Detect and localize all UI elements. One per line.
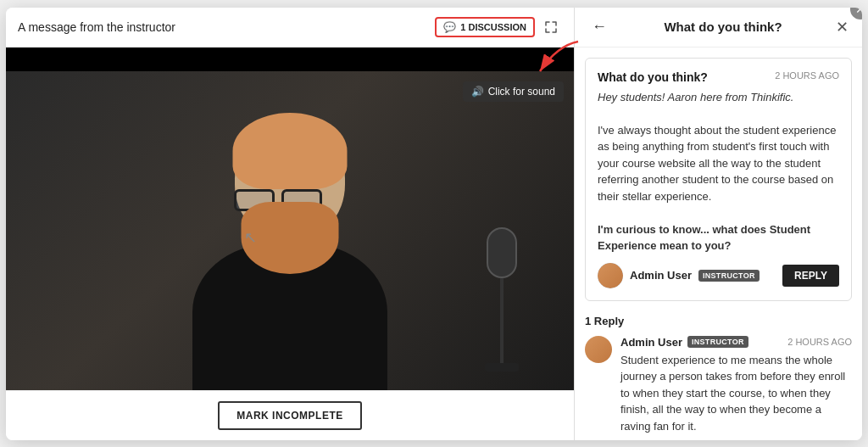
- sound-label: Click for sound: [488, 86, 555, 98]
- reply-instructor-badge: INSTRUCTOR: [687, 336, 748, 348]
- video-container: ↖ 🔊 Click for sound: [6, 47, 574, 390]
- reply-time: 2 HOURS AGO: [787, 337, 852, 347]
- post-body-line1: Hey students! Aaron here from Thinkific.: [598, 91, 793, 103]
- mic-head: [487, 227, 517, 278]
- discussion-badge-button[interactable]: 💬 1 DISCUSSION: [435, 17, 535, 37]
- right-panel-title: What do you think?: [610, 20, 836, 34]
- sound-icon: 🔊: [471, 86, 484, 98]
- sound-button[interactable]: 🔊 Click for sound: [463, 81, 564, 102]
- post-body-line2: I've always thought about the student ex…: [598, 122, 839, 205]
- post-author: Admin User INSTRUCTOR: [598, 263, 760, 288]
- right-content: What do you think? 2 HOURS AGO Hey stude…: [575, 47, 862, 440]
- right-close-button[interactable]: ✕: [836, 18, 849, 36]
- replies-section: 1 Reply Admin User INSTRUCTOR 2 HOURS AG…: [575, 311, 862, 440]
- replies-count: 1 Reply: [585, 311, 852, 327]
- left-panel: A message from the instructor 💬 1 DISCUS…: [6, 8, 574, 440]
- mic-base: [485, 363, 519, 372]
- bottom-bar: MARK INCOMPLETE: [6, 390, 574, 440]
- post-footer: Admin User INSTRUCTOR REPLY: [598, 263, 839, 288]
- reply-content: Admin User INSTRUCTOR 2 HOURS AGO Studen…: [620, 336, 852, 435]
- post-title: What do you think?: [598, 70, 708, 84]
- reply-button[interactable]: REPLY: [782, 265, 839, 287]
- left-header: A message from the instructor 💬 1 DISCUS…: [6, 8, 574, 47]
- post-author-name: Admin User: [630, 269, 692, 282]
- reply-item: Admin User INSTRUCTOR 2 HOURS AGO Studen…: [585, 336, 852, 435]
- right-header: ← What do you think? ✕: [575, 8, 862, 47]
- chat-icon: 💬: [443, 21, 456, 33]
- reply-text: Student experience to me means the whole…: [620, 352, 852, 435]
- hair: [233, 113, 348, 189]
- avatar-img: [598, 263, 623, 288]
- post-instructor-badge: INSTRUCTOR: [698, 270, 760, 282]
- mic-stand: [500, 278, 504, 363]
- video-top-bar: [6, 47, 574, 71]
- post-body-line3: I'm curious to know... what does Student…: [598, 223, 810, 253]
- post-body: Hey students! Aaron here from Thinkific.…: [598, 89, 839, 254]
- fake-video: ↖ 🔊 Click for sound: [6, 71, 574, 390]
- reply-author-name: Admin User: [620, 336, 682, 349]
- reply-avatar: [585, 336, 612, 363]
- post-time: 2 HOURS AGO: [775, 70, 839, 81]
- right-panel: ← What do you think? ✕ What do you think…: [574, 8, 862, 440]
- mark-incomplete-button[interactable]: MARK INCOMPLETE: [218, 401, 362, 430]
- post-card: What do you think? 2 HOURS AGO Hey stude…: [585, 58, 852, 301]
- back-button[interactable]: ←: [588, 18, 610, 36]
- cursor-icon: ↖: [244, 228, 257, 247]
- reply-author-row: Admin User INSTRUCTOR 2 HOURS AGO: [620, 336, 852, 349]
- discussion-count-label: 1 DISCUSSION: [460, 22, 526, 32]
- expand-button[interactable]: [540, 16, 562, 38]
- post-author-avatar: [598, 263, 623, 288]
- modal-overlay: ✕ A message from the instructor 💬 1 DISC…: [6, 8, 862, 440]
- microphone: [481, 227, 523, 390]
- person-figure: [129, 100, 451, 390]
- left-title: A message from the instructor: [18, 20, 175, 34]
- header-controls: 💬 1 DISCUSSION: [435, 16, 562, 38]
- post-header: What do you think? 2 HOURS AGO: [598, 70, 839, 84]
